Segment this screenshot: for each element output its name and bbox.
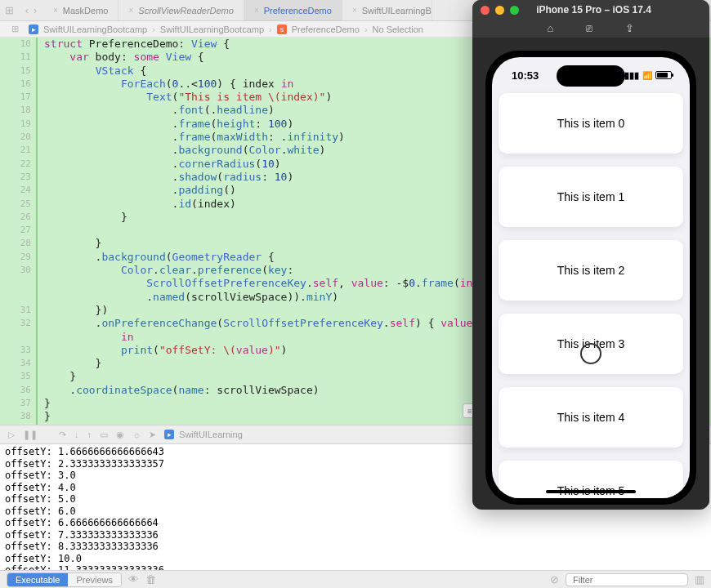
- continue-icon[interactable]: ▷: [8, 430, 15, 440]
- step-over-icon[interactable]: ↷: [59, 430, 66, 440]
- tab-label: SwiftUILearningBoot: [362, 6, 432, 16]
- sidebar-toggle-icon[interactable]: ⊞: [0, 4, 19, 16]
- tab-swiftuibootcamp[interactable]: × SwiftUILearningBoot: [342, 0, 432, 20]
- memory-graph-icon[interactable]: ◉: [116, 430, 124, 440]
- sim-titlebar[interactable]: iPhone 15 Pro – iOS 17.4 ⌂ ⎚ ⇪: [472, 0, 709, 38]
- nav-back-icon[interactable]: ‹: [25, 5, 29, 16]
- zoom-window-icon[interactable]: [510, 6, 519, 15]
- list-item[interactable]: This is item 2: [499, 240, 683, 301]
- breadcrumb-project[interactable]: SwiftUILearningBootcamp: [43, 24, 147, 34]
- sim-body: 10:53 ▮▮▮ This is item 0This is item 1Th…: [472, 38, 709, 505]
- close-window-icon[interactable]: [481, 6, 490, 15]
- filter-filter-icon[interactable]: ⊘: [550, 573, 559, 586]
- tab-label: ScrollViewReaderDemo: [138, 6, 234, 16]
- debug-scheme[interactable]: ▸ SwiftUILearning: [164, 430, 243, 439]
- tab-maskdemo[interactable]: × MaskDemo: [43, 0, 118, 20]
- tab-preferencedemo[interactable]: × PreferenceDemo: [244, 0, 342, 20]
- device-screen[interactable]: 10:53 ▮▮▮ This is item 0This is item 1Th…: [492, 57, 690, 498]
- status-time: 10:53: [512, 69, 539, 82]
- filter-input[interactable]: [566, 573, 688, 586]
- nav-arrows: ‹ ›: [19, 5, 43, 16]
- tab-scrollviewreaderdemo[interactable]: × ScrollViewReaderDemo: [118, 0, 244, 20]
- home-icon[interactable]: ⌂: [548, 22, 554, 34]
- seg-executable[interactable]: Executable: [7, 573, 68, 586]
- minimize-window-icon[interactable]: [495, 6, 504, 15]
- eye-icon[interactable]: 👁: [128, 573, 139, 586]
- panel-right-icon[interactable]: ▥: [695, 573, 704, 586]
- app-icon: ▸: [164, 430, 174, 439]
- sim-title: iPhone 15 Pro – iOS 17.4: [519, 4, 669, 16]
- screenshot-icon[interactable]: ⎚: [586, 22, 592, 34]
- env-overrides-icon[interactable]: ☼: [132, 430, 141, 439]
- list-item[interactable]: This is item 0: [499, 93, 683, 154]
- close-icon[interactable]: ×: [128, 6, 133, 15]
- step-out-icon[interactable]: ↑: [87, 430, 92, 439]
- simulator-window: iPhone 15 Pro – iOS 17.4 ⌂ ⎚ ⇪ 10:53 ▮▮▮: [472, 0, 709, 510]
- wifi-icon: [642, 70, 652, 80]
- status-indicators: ▮▮▮: [624, 70, 672, 81]
- seg-previews[interactable]: Previews: [68, 573, 121, 586]
- project-icon: ▸: [29, 24, 38, 34]
- chevron-right-icon: ›: [364, 24, 368, 34]
- share-icon[interactable]: ⇪: [625, 22, 634, 34]
- jump-bar-icon[interactable]: ⊞: [7, 24, 24, 34]
- line-gutter: 1011151617181920212223242526272829303132…: [0, 38, 38, 425]
- location-icon[interactable]: ➤: [149, 430, 156, 440]
- pause-icon[interactable]: ❚❚: [23, 430, 38, 440]
- nav-fwd-icon[interactable]: ›: [34, 5, 37, 16]
- close-icon[interactable]: ×: [254, 6, 259, 15]
- breadcrumb-folder[interactable]: SwiftUILearningBootcamp: [160, 24, 264, 34]
- close-icon[interactable]: ×: [352, 6, 357, 15]
- cellular-icon: ▮▮▮: [624, 70, 639, 81]
- debug-view-icon[interactable]: ▭: [100, 430, 108, 440]
- breadcrumb-file[interactable]: PreferenceDemo: [292, 24, 360, 34]
- dynamic-island: [557, 65, 625, 87]
- device-frame: 10:53 ▮▮▮ This is item 0This is item 1Th…: [485, 51, 696, 505]
- list-item[interactable]: This is item 4: [499, 387, 683, 448]
- battery-icon: [655, 71, 672, 79]
- output-segmented[interactable]: Executable Previews: [7, 572, 122, 587]
- tab-label: MaskDemo: [63, 6, 109, 16]
- swift-file-icon: s: [277, 24, 287, 34]
- step-into-icon[interactable]: ↓: [74, 430, 79, 439]
- chevron-right-icon: ›: [269, 24, 272, 34]
- home-indicator: [546, 490, 636, 493]
- close-icon[interactable]: ×: [53, 6, 58, 15]
- touch-indicator: [580, 343, 601, 364]
- card-list[interactable]: This is item 0This is item 1This is item…: [492, 93, 690, 498]
- tab-label: PreferenceDemo: [264, 6, 332, 16]
- window-traffic-lights: [481, 6, 519, 15]
- scheme-label: SwiftUILearning: [179, 430, 243, 439]
- trash-icon[interactable]: 🗑: [145, 573, 156, 586]
- list-item[interactable]: This is item 1: [499, 167, 683, 227]
- breadcrumb-selection[interactable]: No Selection: [373, 24, 423, 34]
- chevron-right-icon: ›: [152, 24, 155, 34]
- bottom-bar: Executable Previews 👁 🗑 ⊘ ▥: [0, 570, 711, 588]
